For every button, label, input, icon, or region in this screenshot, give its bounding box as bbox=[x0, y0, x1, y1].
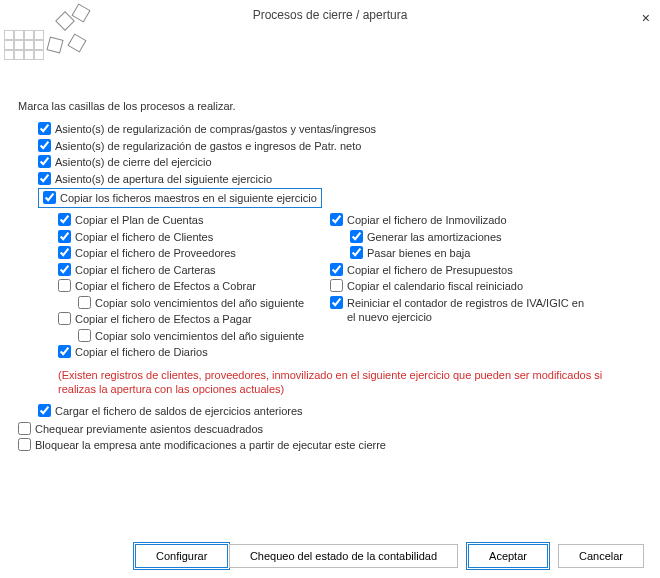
label-bienes: Pasar bienes en baja bbox=[367, 246, 470, 260]
check-diarios[interactable] bbox=[58, 345, 71, 358]
check-apertura[interactable] bbox=[38, 172, 51, 185]
check-carteras[interactable] bbox=[58, 263, 71, 276]
title-bar: Procesos de cierre / apertura × bbox=[0, 0, 660, 30]
check-reg-compras[interactable] bbox=[38, 122, 51, 135]
label-carteras: Copiar el fichero de Carteras bbox=[75, 263, 216, 277]
label-bloquear: Bloquear la empresa ante modificaciones … bbox=[35, 438, 386, 452]
close-icon[interactable]: × bbox=[642, 3, 650, 33]
check-ef-pagar[interactable] bbox=[58, 312, 71, 325]
configurar-button[interactable]: Configurar bbox=[135, 544, 228, 568]
label-venc1: Copiar solo vencimientos del año siguien… bbox=[95, 296, 304, 310]
dialog-title: Procesos de cierre / apertura bbox=[253, 8, 408, 22]
check-inmov[interactable] bbox=[330, 213, 343, 226]
app-logo bbox=[4, 8, 94, 58]
cancelar-button[interactable]: Cancelar bbox=[558, 544, 644, 568]
label-venc2: Copiar solo vencimientos del año siguien… bbox=[95, 329, 304, 343]
check-bienes[interactable] bbox=[350, 246, 363, 259]
check-saldos[interactable] bbox=[38, 404, 51, 417]
label-reg-patr: Asiento(s) de regularización de gastos e… bbox=[55, 139, 361, 153]
label-cierre: Asiento(s) de cierre del ejercicio bbox=[55, 155, 212, 169]
label-cal-fiscal: Copiar el calendario fiscal reiniciado bbox=[347, 279, 523, 293]
label-prov: Copiar el fichero de Proveedores bbox=[75, 246, 236, 260]
check-presup[interactable] bbox=[330, 263, 343, 276]
label-plan: Copiar el Plan de Cuentas bbox=[75, 213, 203, 227]
check-cal-fiscal[interactable] bbox=[330, 279, 343, 292]
highlight-copiar-maestros: Copiar los ficheros maestros en el sigui… bbox=[38, 188, 322, 208]
check-cierre[interactable] bbox=[38, 155, 51, 168]
button-bar: Chequeo del estado de la contabilidad Ac… bbox=[229, 544, 644, 568]
check-venc1[interactable] bbox=[78, 296, 91, 309]
label-inmov: Copiar el fichero de Inmovilizado bbox=[347, 213, 507, 227]
aceptar-button[interactable]: Aceptar bbox=[468, 544, 548, 568]
check-copiar-maestros[interactable] bbox=[43, 191, 56, 204]
label-reg-compras: Asiento(s) de regularización de compras/… bbox=[55, 122, 376, 136]
label-reset-iva: Reiniciar el contador de registros de IV… bbox=[347, 296, 587, 324]
label-ef-cobrar: Copiar el fichero de Efectos a Cobrar bbox=[75, 279, 256, 293]
label-clientes: Copiar el fichero de Clientes bbox=[75, 230, 213, 244]
instruction-text: Marca las casillas de los procesos a rea… bbox=[18, 100, 642, 112]
label-chequear: Chequear previamente asientos descuadrad… bbox=[35, 422, 263, 436]
content-area: Marca las casillas de los procesos a rea… bbox=[0, 30, 660, 452]
check-reg-patr[interactable] bbox=[38, 139, 51, 152]
check-chequear[interactable] bbox=[18, 422, 31, 435]
label-apertura: Asiento(s) de apertura del siguiente eje… bbox=[55, 172, 272, 186]
warning-text: (Existen registros de clientes, proveedo… bbox=[58, 368, 642, 396]
label-saldos: Cargar el fichero de saldos de ejercicio… bbox=[55, 404, 303, 418]
label-copiar-maestros: Copiar los ficheros maestros en el sigui… bbox=[60, 191, 317, 205]
label-diarios: Copiar el fichero de Diarios bbox=[75, 345, 208, 359]
check-bloquear[interactable] bbox=[18, 438, 31, 451]
check-reset-iva[interactable] bbox=[330, 296, 343, 309]
check-amort[interactable] bbox=[350, 230, 363, 243]
label-ef-pagar: Copiar el fichero de Efectos a Pagar bbox=[75, 312, 252, 326]
check-ef-cobrar[interactable] bbox=[58, 279, 71, 292]
check-venc2[interactable] bbox=[78, 329, 91, 342]
chequeo-button[interactable]: Chequeo del estado de la contabilidad bbox=[229, 544, 458, 568]
label-presup: Copiar el fichero de Presupuestos bbox=[347, 263, 513, 277]
check-prov[interactable] bbox=[58, 246, 71, 259]
check-plan[interactable] bbox=[58, 213, 71, 226]
label-amort: Generar las amortizaciones bbox=[367, 230, 502, 244]
check-clientes[interactable] bbox=[58, 230, 71, 243]
